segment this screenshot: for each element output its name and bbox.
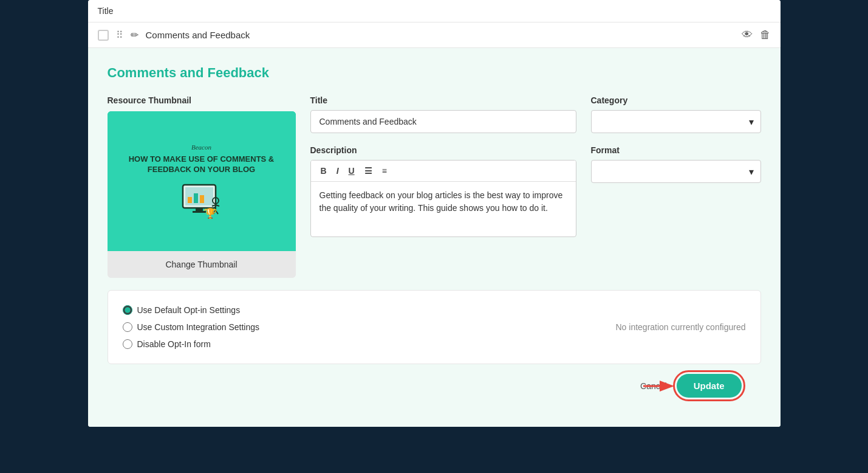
svg-rect-12 — [196, 208, 203, 211]
format-field: Format — [591, 145, 761, 183]
editor-toolbar: B I U ☰ ≡ — [311, 161, 576, 182]
rich-text-editor: B I U ☰ ≡ Getting feedback on your blog … — [310, 160, 576, 237]
italic-button[interactable]: I — [333, 164, 343, 178]
category-select[interactable] — [591, 110, 761, 133]
optin-option-custom[interactable]: Use Custom Integration Settings — [123, 322, 260, 332]
row-checkbox[interactable] — [98, 30, 109, 41]
update-button[interactable]: Update — [677, 374, 742, 398]
optin-disable-radio[interactable] — [123, 339, 132, 349]
thumbnail-illustration: 🏆 — [180, 184, 223, 219]
thumbnail-label: Resource Thumbnail — [108, 95, 296, 105]
svg-rect-4 — [200, 195, 204, 203]
thumbnail-section: Resource Thumbnail Beacon HOW TO MAKE US… — [108, 95, 296, 278]
optin-option-disable[interactable]: Disable Opt-In form — [123, 339, 260, 349]
update-button-wrapper: Update — [677, 374, 742, 398]
title-field-label: Title — [310, 95, 576, 105]
svg-rect-2 — [188, 197, 192, 203]
row-actions: 👁 🗑 — [742, 29, 771, 41]
thumbnail-inner: Beacon HOW TO MAKE USE OF COMMENTS & FEE… — [108, 111, 296, 251]
description-field: Description B I U ☰ ≡ Getting feedback o… — [310, 145, 576, 237]
optin-disable-label: Disable Opt-In form — [137, 339, 211, 349]
optin-section: Use Default Opt-in Settings Use Custom I… — [108, 290, 761, 364]
edit-row: ⠿ ✏ Comments and Feedback 👁 🗑 — [88, 22, 781, 48]
column-title-label: Title — [98, 6, 114, 16]
meta-section: Category Format — [591, 95, 761, 195]
svg-text:🏆: 🏆 — [203, 207, 217, 219]
title-field: Title — [310, 95, 576, 133]
category-label: Category — [591, 95, 761, 105]
laptop-illustration-icon: 🏆 — [180, 184, 223, 219]
description-content[interactable]: Getting feedback on your blog articles i… — [311, 182, 576, 236]
thumbnail-headline: HOW TO MAKE USE OF COMMENTS & FEEDBACK O… — [117, 154, 286, 175]
visibility-icon[interactable]: 👁 — [742, 29, 753, 41]
row-title-text: Comments and Feedback — [146, 30, 734, 40]
thumbnail-wrapper: Beacon HOW TO MAKE USE OF COMMENTS & FEE… — [108, 111, 296, 278]
optin-option-default[interactable]: Use Default Opt-in Settings — [123, 305, 260, 315]
optin-default-radio[interactable] — [123, 305, 132, 315]
optin-custom-radio[interactable] — [123, 322, 132, 332]
content-panel: Comments and Feedback Resource Thumbnail… — [88, 48, 781, 427]
description-label: Description — [310, 145, 576, 155]
svg-rect-13 — [193, 211, 206, 213]
panel-title: Comments and Feedback — [108, 65, 761, 81]
drag-handle-icon[interactable]: ⠿ — [116, 29, 123, 41]
delete-icon[interactable]: 🗑 — [760, 29, 771, 41]
format-select[interactable] — [591, 160, 761, 183]
bold-button[interactable]: B — [317, 164, 330, 178]
format-label: Format — [591, 145, 761, 155]
red-arrow-annotation — [640, 374, 677, 398]
footer-actions: Cancel Update — [108, 364, 761, 407]
svg-rect-3 — [194, 193, 198, 203]
title-input[interactable] — [310, 110, 576, 133]
no-integration-text: No integration currently configured — [615, 322, 745, 332]
beacon-brand: Beacon — [191, 143, 211, 151]
fields-grid: Resource Thumbnail Beacon HOW TO MAKE US… — [108, 95, 761, 278]
category-select-wrapper — [591, 110, 761, 133]
thumbnail-image: Beacon HOW TO MAKE USE OF COMMENTS & FEE… — [108, 111, 296, 251]
ordered-list-button[interactable]: ≡ — [378, 164, 391, 178]
edit-icon[interactable]: ✏ — [131, 29, 138, 41]
change-thumbnail-button[interactable]: Change Thumbnail — [108, 251, 296, 278]
title-desc-section: Title Description B I U ☰ ≡ Getting feed… — [310, 95, 576, 249]
optin-custom-label: Use Custom Integration Settings — [137, 322, 260, 332]
category-field: Category — [591, 95, 761, 133]
radio-group: Use Default Opt-in Settings Use Custom I… — [123, 305, 260, 349]
underline-button[interactable]: U — [345, 164, 358, 178]
unordered-list-button[interactable]: ☰ — [361, 164, 376, 178]
format-select-wrapper — [591, 160, 761, 183]
optin-default-label: Use Default Opt-in Settings — [137, 305, 241, 315]
